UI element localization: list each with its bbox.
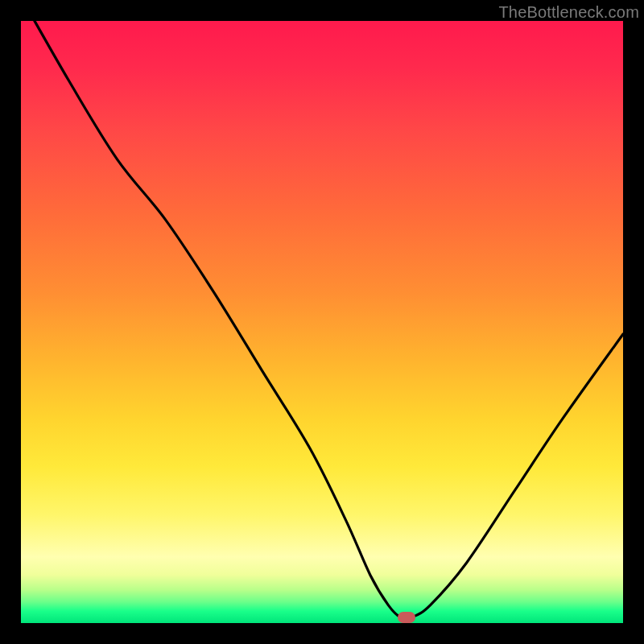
watermark-text: TheBottleneck.com bbox=[498, 3, 639, 22]
plot-area bbox=[21, 21, 623, 623]
bottleneck-curve bbox=[21, 21, 623, 623]
chart-frame: TheBottleneck.com bbox=[0, 0, 644, 644]
optimal-marker bbox=[398, 612, 415, 623]
